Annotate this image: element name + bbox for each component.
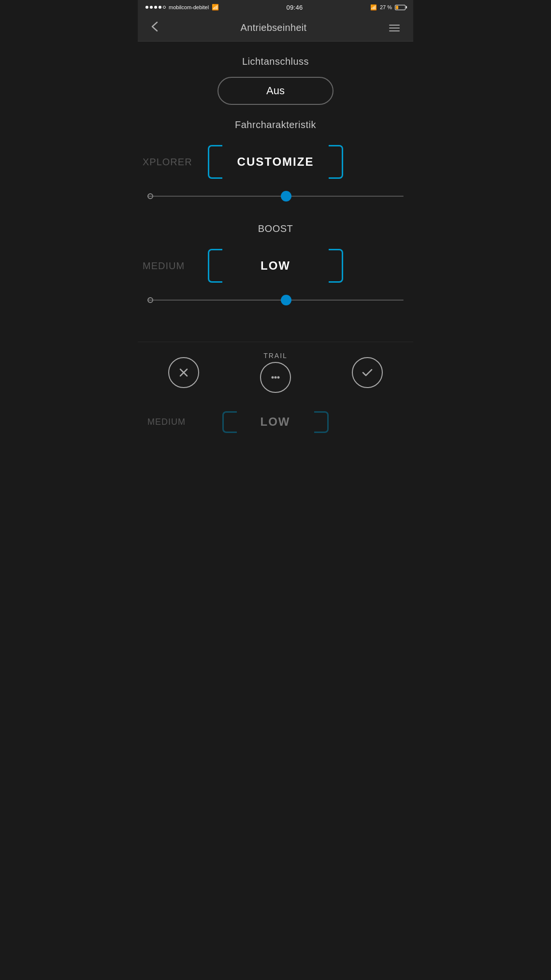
boost-title: BOOST (138, 223, 413, 234)
lichtanschluss-section: Lichtanschluss Aus (138, 56, 413, 105)
battery-icon (395, 5, 406, 10)
menu-button[interactable] (385, 21, 404, 35)
lichtanschluss-title: Lichtanschluss (138, 56, 413, 67)
battery-container (395, 5, 406, 10)
peek-wheel-selector: LOW (222, 410, 329, 434)
status-left: mobilcom-debitel 📶 (145, 4, 219, 11)
signal-dot-3 (154, 6, 157, 9)
signal-dots (145, 6, 166, 9)
lichtanschluss-toggle[interactable]: Aus (218, 77, 334, 105)
cancel-col (168, 357, 199, 388)
boost-selector-row: MEDIUM LOW (138, 244, 413, 288)
lichtanschluss-toggle-label: Aus (266, 85, 285, 97)
boost-section: BOOST MEDIUM LOW (138, 223, 413, 313)
fahrcharakteristik-selector-row: XPLORER CUSTOMIZE (138, 140, 413, 184)
fahrcharakteristik-slider-min (147, 193, 153, 199)
battery-fill (396, 6, 398, 9)
svg-point-1 (275, 376, 277, 379)
cancel-button[interactable] (168, 357, 199, 388)
menu-line-2 (389, 28, 400, 29)
fahrcharakteristik-value: CUSTOMIZE (237, 155, 314, 169)
signal-dot-5 (163, 6, 166, 9)
nav-title: Antriebseinheit (241, 22, 307, 33)
status-time: 09:46 (287, 4, 303, 11)
boost-bracket-right (329, 249, 343, 283)
bottom-action-bar: TRAIL (138, 342, 413, 403)
boost-value: LOW (261, 259, 290, 273)
peek-bracket-right (314, 411, 329, 433)
signal-dot-1 (145, 6, 148, 9)
signal-dot-2 (150, 6, 153, 9)
dots-icon (269, 371, 282, 384)
svg-point-0 (272, 376, 274, 379)
peek-labels: MEDIUM LOW (138, 410, 413, 434)
battery-percent: 27 % (380, 4, 392, 10)
nav-bar: Antriebseinheit (138, 14, 413, 42)
status-right: 📶 27 % (370, 4, 406, 11)
boost-slider-min (147, 297, 153, 303)
fahrcharakteristik-slider-track[interactable] (147, 196, 404, 197)
carrier-name: mobilcom-debitel (169, 4, 209, 10)
svg-point-2 (277, 376, 280, 379)
peek-value: LOW (261, 415, 290, 429)
menu-line-3 (389, 30, 400, 31)
wheel-bracket-left (208, 145, 222, 179)
confirm-col (352, 357, 383, 388)
peek-bracket-left (222, 411, 237, 433)
fahrcharakteristik-title: Fahrcharakteristik (138, 119, 413, 130)
fahrcharakteristik-section: Fahrcharakteristik XPLORER CUSTOMIZE (138, 119, 413, 209)
boost-side-label: MEDIUM (138, 260, 185, 272)
fahrcharakteristik-slider-container (138, 184, 413, 209)
boost-bracket-left (208, 249, 222, 283)
dots-button[interactable] (260, 362, 291, 393)
confirm-button[interactable] (352, 357, 383, 388)
boost-slider-thumb[interactable] (281, 295, 291, 305)
status-bar: mobilcom-debitel 📶 09:46 📶 27 % (138, 0, 413, 14)
peek-medium-label: MEDIUM (147, 417, 186, 427)
signal-dot-4 (159, 6, 161, 9)
cancel-icon (177, 366, 190, 379)
trail-label: TRAIL (263, 352, 288, 360)
main-content: Lichtanschluss Aus Fahrcharakteristik XP… (138, 42, 413, 342)
fahrcharakteristik-wheel-selector[interactable]: CUSTOMIZE (208, 155, 343, 169)
bluetooth-icon: 📶 (370, 4, 377, 11)
wheel-bracket-right (329, 145, 343, 179)
wifi-icon: 📶 (212, 4, 219, 11)
boost-slider-container (138, 288, 413, 313)
back-button[interactable] (147, 17, 162, 39)
fahrcharakteristik-side-label: XPLORER (138, 157, 192, 168)
boost-wheel-selector[interactable]: LOW (208, 259, 343, 273)
confirm-icon (361, 366, 374, 379)
boost-slider-track[interactable] (147, 300, 404, 301)
center-col: TRAIL (260, 352, 291, 393)
bottom-peek: MEDIUM LOW (138, 403, 413, 434)
fahrcharakteristik-slider-thumb[interactable] (281, 191, 291, 202)
menu-line-1 (389, 25, 400, 26)
